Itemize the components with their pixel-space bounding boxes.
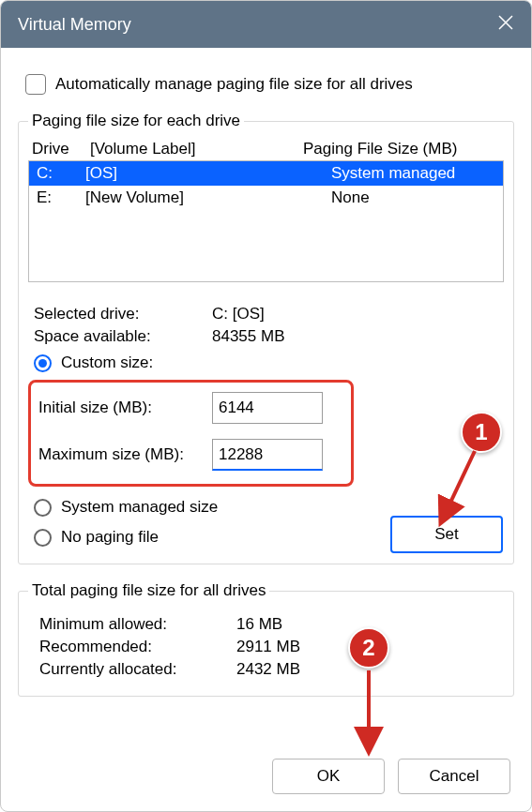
- annotation-highlight: Initial size (MB): Maximum size (MB):: [28, 380, 354, 487]
- selected-drive-value: C: [OS]: [212, 305, 498, 323]
- recommended-label: Recommended:: [39, 638, 236, 656]
- drive-letter: E:: [37, 188, 85, 207]
- selected-drive-label: Selected drive:: [34, 305, 212, 323]
- drive-size: System managed: [331, 164, 495, 183]
- list-item[interactable]: E: [New Volume] None: [29, 186, 503, 210]
- space-available-label: Space available:: [34, 327, 212, 346]
- radio-system-label: System managed size: [61, 498, 218, 517]
- recommended-value: 2911 MB: [236, 638, 493, 656]
- initial-size-label: Initial size (MB):: [38, 398, 212, 417]
- auto-manage-checkbox[interactable]: [25, 74, 46, 95]
- currently-allocated-label: Currently allocated:: [39, 660, 236, 679]
- radio-no-paging[interactable]: [34, 529, 52, 547]
- radio-no-paging-label: No paging file: [61, 528, 159, 547]
- radio-custom-label: Custom size:: [61, 353, 153, 372]
- drive-label: [OS]: [85, 164, 331, 183]
- totals-legend: Total paging file size for all drives: [28, 581, 269, 600]
- hdr-label: [Volume Label]: [90, 140, 303, 158]
- currently-allocated-value: 2432 MB: [236, 660, 493, 679]
- drive-size: None: [331, 188, 495, 207]
- hdr-size: Paging File Size (MB): [303, 140, 500, 158]
- set-button[interactable]: Set: [390, 516, 503, 553]
- maximum-size-input[interactable]: [212, 439, 323, 471]
- drive-letter: C:: [37, 164, 85, 183]
- close-icon[interactable]: [497, 14, 514, 35]
- drives-group: Paging file size for each drive Drive [V…: [18, 112, 514, 564]
- drive-label: [New Volume]: [85, 188, 331, 207]
- list-item[interactable]: C: [OS] System managed: [29, 161, 503, 186]
- min-allowed-value: 16 MB: [236, 615, 493, 634]
- drives-listbox[interactable]: C: [OS] System managed E: [New Volume] N…: [28, 160, 504, 282]
- space-available-value: 84355 MB: [212, 327, 498, 346]
- ok-button[interactable]: OK: [272, 759, 385, 794]
- initial-size-input[interactable]: [212, 392, 323, 424]
- radio-system-managed[interactable]: [34, 499, 52, 517]
- maximum-size-label: Maximum size (MB):: [38, 445, 212, 464]
- title-bar: Virtual Memory: [1, 1, 531, 48]
- hdr-drive: Drive: [32, 140, 90, 158]
- window-title: Virtual Memory: [18, 15, 131, 35]
- min-allowed-label: Minimum allowed:: [39, 615, 236, 634]
- radio-custom-size[interactable]: [34, 354, 52, 372]
- auto-manage-label: Automatically manage paging file size fo…: [55, 75, 413, 94]
- cancel-button[interactable]: Cancel: [398, 759, 510, 794]
- drives-legend: Paging file size for each drive: [28, 112, 244, 130]
- drives-header: Drive [Volume Label] Paging File Size (M…: [28, 136, 504, 160]
- totals-group: Total paging file size for all drives Mi…: [18, 581, 514, 697]
